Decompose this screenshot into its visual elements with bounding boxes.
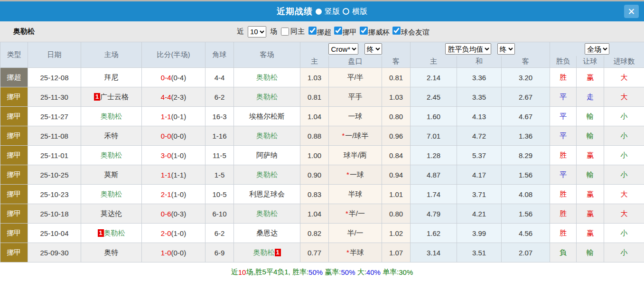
radio-horizontal-label[interactable]: 横版 [352, 7, 367, 17]
avg-select-group: 胜平负均值 终 [411, 42, 550, 56]
summary-segment: 10 [238, 268, 246, 276]
cell-result-goals: 小 [604, 243, 644, 262]
games-label: 场 [270, 27, 277, 36]
cell-odds-away: 0.84 [382, 146, 411, 165]
cell-handicap: 平手 [329, 87, 382, 107]
cell-league-type: 挪甲 [0, 204, 28, 224]
cell-away-team: 奥勒松 [234, 165, 300, 185]
scope-select[interactable]: 全场 [585, 43, 609, 55]
cell-avg-away: 3.20 [502, 68, 550, 87]
cell-odds-home: 0.88 [300, 126, 329, 146]
cell-home-team: 莫斯 [81, 165, 142, 185]
cell-odds-away: 1.07 [382, 243, 411, 262]
radio-vertical-label[interactable]: 竖版 [325, 7, 340, 17]
match-count-select[interactable]: 10 [248, 26, 266, 37]
cell-home-team: 1奥勒松 [81, 224, 142, 243]
handicap-change-star: * [342, 131, 345, 140]
cell-score: 2-0(1-0) [142, 224, 205, 243]
cell-avg-draw: 4.72 [457, 126, 502, 146]
cell-avg-away: 2.07 [502, 243, 550, 262]
cell-result-wdl: 胜 [550, 146, 577, 165]
cell-corner: 16-3 [205, 107, 234, 126]
red-card-badge: 1 [275, 249, 281, 256]
cell-avg-away: 4.08 [502, 185, 550, 204]
cell-result-wdl: 平 [550, 87, 577, 107]
same-home-checkbox[interactable] [281, 28, 289, 36]
cell-avg-home: 1.60 [411, 107, 457, 126]
cell-home-team: 禾特 [81, 126, 142, 146]
cell-result-handicap: 赢 [577, 204, 604, 224]
cell-result-goals: 大 [604, 68, 644, 87]
summary-segment: 赢率: [323, 268, 341, 277]
avg-time-select[interactable]: 终 [497, 43, 515, 55]
cell-result-goals: 大 [604, 87, 644, 107]
league-label-2[interactable]: 挪威杯 [368, 28, 390, 36]
col-header-type: 类型 [0, 42, 28, 68]
team-label: 阿萨纳 [256, 151, 278, 159]
cell-corner: 6-10 [205, 204, 234, 224]
cell-result-goals: 小 [604, 165, 644, 185]
cell-league-type: 挪甲 [0, 165, 28, 185]
table-row: 挪超25-12-08拜尼0-4(0-4)4-4奥勒松1.03平/半0.812.1… [0, 68, 644, 87]
cell-odds-home: 1.03 [300, 68, 329, 87]
league-label-1[interactable]: 挪甲 [343, 28, 357, 36]
odds-select-group: Crow* 终 [300, 42, 411, 56]
cell-avg-draw: 3.99 [457, 224, 502, 243]
cell-league-type: 挪甲 [0, 243, 28, 262]
cell-result-handicap: 赢 [577, 146, 604, 165]
league-label-3[interactable]: 球会友谊 [401, 28, 429, 36]
summary-segment: 单率: [381, 268, 399, 277]
cell-avg-away: 8.29 [502, 146, 550, 165]
cell-odds-away: 0.80 [382, 107, 411, 126]
cell-result-wdl: 平 [550, 126, 577, 146]
team-label: 奥勒松 [256, 73, 278, 81]
cell-home-team: 奥勒松 [81, 185, 142, 204]
col-header-result-goals: 进球数 [604, 56, 644, 68]
summary-segment: 50% [341, 268, 355, 276]
table-row: 挪甲25-10-041奥勒松2-0(1-0)6-2桑恩达0.82半/一1.021… [0, 224, 644, 243]
cell-result-wdl: 胜 [550, 185, 577, 204]
league-checkbox-0[interactable] [308, 27, 317, 35]
table-row: 挪甲25-11-08禾特0-0(0-0)1-16奥勒松0.88*一/球半0.96… [0, 126, 644, 146]
cell-avg-home: 4.87 [411, 165, 457, 185]
summary-segment: 50% [308, 268, 323, 276]
cell-avg-home: 2.45 [411, 87, 457, 107]
cell-avg-away: 2.67 [502, 87, 550, 107]
cell-handicap: 球半/两 [329, 146, 382, 165]
cell-league-type: 挪甲 [0, 107, 28, 126]
radio-vertical-layout[interactable] [316, 9, 322, 15]
radio-horizontal-layout[interactable] [343, 8, 349, 15]
summary-segment: 胜率: [292, 268, 308, 277]
avg-type-select[interactable]: 胜平负均值 [445, 43, 491, 55]
cell-odds-home: 1.04 [300, 204, 329, 224]
cell-home-team: 奥勒松 [81, 146, 142, 165]
league-label-0[interactable]: 挪超 [317, 28, 331, 36]
page-title: 近期战绩 [277, 6, 313, 17]
team-label: 奥勒松 [256, 93, 278, 101]
league-checkbox-2[interactable] [360, 27, 368, 35]
cell-result-wdl: 胜 [550, 68, 577, 87]
cell-handicap: 平/半 [329, 68, 382, 87]
cell-avg-home: 7.01 [411, 126, 457, 146]
team-label: 埃格尔松斯 [249, 112, 285, 120]
close-icon[interactable]: ✕ [624, 5, 639, 18]
bookmaker-time-select[interactable]: 终 [364, 43, 382, 55]
table-row: 挪甲25-10-18莫达伦0-6(0-3)6-10奥勒松1.04*半/一0.80… [0, 204, 644, 224]
league-checkbox-1[interactable] [334, 27, 342, 35]
cell-handicap: 半/一 [329, 224, 382, 243]
bookmaker-select[interactable]: Crow* [328, 43, 358, 55]
cell-away-team: 桑恩达 [234, 224, 300, 243]
cell-result-handicap: 走 [577, 87, 604, 107]
cell-odds-away: 1.03 [382, 87, 411, 107]
red-card-badge: 1 [94, 93, 100, 101]
cell-result-wdl: 平 [550, 107, 577, 126]
cell-result-wdl: 胜 [550, 224, 577, 243]
same-home-label[interactable]: 同主 [290, 27, 305, 36]
cell-result-goals: 小 [604, 126, 644, 146]
cell-result-wdl: 胜 [550, 204, 577, 224]
league-checkbox-3[interactable] [392, 27, 401, 35]
cell-date: 25-10-23 [28, 185, 81, 204]
cell-avg-home: 2.14 [411, 68, 457, 87]
cell-away-team: 阿萨纳 [234, 146, 300, 165]
cell-avg-draw: 3.35 [457, 87, 502, 107]
